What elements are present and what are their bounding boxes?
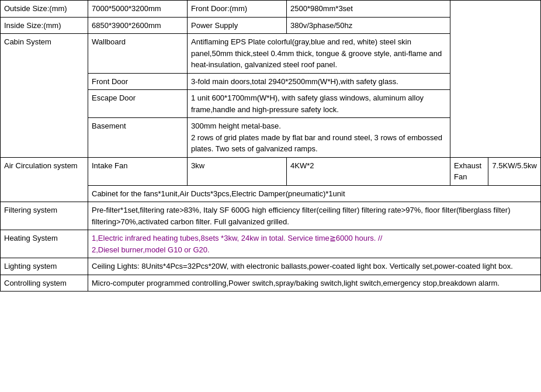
inside-size-value: 6850*3900*2600mm — [88, 17, 188, 34]
controlling-system-row: Controlling system Micro-computer progra… — [1, 275, 541, 292]
exhaust-fan-label: Exhaust Fan — [450, 157, 488, 185]
inside-size-label: Inside Size:(mm) — [1, 17, 88, 34]
heating-system-value: 1,Electric infrared heating tubes,8sets … — [88, 230, 541, 258]
cabin-system-label: Cabin System — [1, 34, 88, 158]
front-door-sub-label: Front Door — [88, 73, 188, 90]
air-circulation-label: Air Circulation system — [1, 157, 88, 202]
lighting-system-label: Lighting system — [1, 258, 88, 275]
intake-fan-value2: 4KW*2 — [287, 157, 450, 185]
air-circulation-fans-row: Air Circulation system Intake Fan 3kw 4K… — [1, 157, 541, 185]
intake-fan-value: 3kw — [188, 157, 287, 185]
outside-size-label: Outside Size:(mm) — [1, 1, 88, 18]
heating-line2: 2,Diesel burner,model G10 or G20. — [92, 245, 210, 254]
outside-size-value: 7000*5000*3200mm — [88, 1, 188, 18]
inside-size-row: Inside Size:(mm) 6850*3900*2600mm Power … — [1, 17, 541, 34]
wallboard-label: Wallboard — [88, 34, 188, 74]
filtering-system-label: Filtering system — [1, 202, 88, 230]
escape-door-label: Escape Door — [88, 90, 188, 118]
controlling-system-label: Controlling system — [1, 275, 88, 292]
front-door-label: Front Door:(mm) — [188, 1, 287, 18]
basement-label: Basement — [88, 118, 188, 158]
outside-size-row: Outside Size:(mm) 7000*5000*3200mm Front… — [1, 1, 541, 18]
heating-system-label: Heating System — [1, 230, 88, 258]
power-supply-value: 380v/3phase/50hz — [287, 17, 450, 34]
escape-door-value: 1 unit 600*1700mm(W*H), with safety glas… — [188, 90, 450, 118]
power-supply-label: Power Supply — [188, 17, 287, 34]
front-door-value: 2500*980mm*3set — [287, 1, 450, 18]
front-door-sub-value: 3-fold main doors,total 2940*2500mm(W*H)… — [188, 73, 450, 90]
cabin-wallboard-row: Cabin System Wallboard Antiflaming EPS P… — [1, 34, 541, 74]
wallboard-value: Antiflaming EPS Plate colorful(gray,blue… — [188, 34, 450, 74]
lighting-system-value: Ceiling Lights: 8Units*4Pcs=32Pcs*20W, w… — [88, 258, 541, 275]
heating-system-row: Heating System 1,Electric infrared heati… — [1, 230, 541, 258]
lighting-system-row: Lighting system Ceiling Lights: 8Units*4… — [1, 258, 541, 275]
filtering-system-value: Pre-filter*1set,filtering rate>83%, Ital… — [88, 202, 541, 230]
basement-value: 300mm height metal-base.2 rows of grid p… — [188, 118, 450, 158]
intake-fan-label: Intake Fan — [88, 157, 188, 185]
air-circulation-cabinet-value: Cabinet for the fans*1unit,Air Ducts*3pc… — [88, 185, 541, 202]
filtering-system-row: Filtering system Pre-filter*1set,filteri… — [1, 202, 541, 230]
heating-line1: 1,Electric infrared heating tubes,8sets … — [92, 234, 382, 242]
exhaust-fan-value: 7.5KW/5.5kw — [488, 157, 541, 185]
controlling-system-value: Micro-computer programmed controlling,Po… — [88, 275, 541, 292]
